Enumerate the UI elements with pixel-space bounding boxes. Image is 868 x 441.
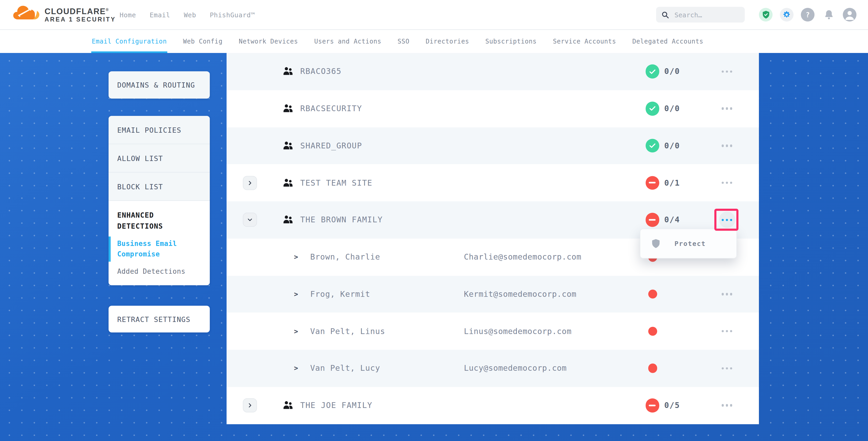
member-chevron-icon[interactable]: > <box>294 253 298 261</box>
nav-link-email[interactable]: Email <box>150 11 170 19</box>
protect-count: 0/0 <box>664 141 680 151</box>
status-ok-badge <box>645 64 659 78</box>
tab-users-and-actions[interactable]: Users and Actions <box>314 30 381 53</box>
member-name: Van Pelt, Lucy <box>310 364 380 373</box>
settings-gear-icon[interactable] <box>780 8 794 22</box>
row-menu-button[interactable] <box>719 175 735 191</box>
enhanced-detections-section: ENHANCED DETECTIONS Business Email Compr… <box>108 201 210 285</box>
tab-sso[interactable]: SSO <box>398 30 409 53</box>
row-menu-button[interactable] <box>719 360 735 377</box>
cloudflare-logo[interactable]: CLOUDFLARE® AREA 1 SECURITY <box>12 4 116 24</box>
registered-mark: ® <box>106 8 109 11</box>
sidebar-card-policies: EMAIL POLICIESALLOW LISTBLOCK LIST ENHAN… <box>108 116 210 285</box>
table-row-the-joe-family[interactable]: THE JOE FAMILY0/5 <box>226 387 758 424</box>
nav-link-home[interactable]: Home <box>120 11 136 19</box>
sidebar-item-label: EMAIL POLICIES <box>108 126 181 134</box>
row-context-menu: Protect <box>640 229 737 258</box>
member-name: Frog, Kermit <box>310 289 370 299</box>
table-row-shared-group[interactable]: SHARED_GROUP0/0 <box>226 127 758 164</box>
protect-count: 0/0 <box>664 104 680 113</box>
sidebar-link-added-detections[interactable]: Added Detections <box>117 266 203 277</box>
sidebar-item-label: BLOCK LIST <box>108 182 163 191</box>
member-name: Van Pelt, Linus <box>310 326 385 336</box>
table-row-test-team-site[interactable]: TEST TEAM SITE0/1 <box>226 164 758 201</box>
row-menu-button[interactable] <box>719 100 735 117</box>
sidebar-card-retract-settings[interactable]: RETRACT SETTINGS <box>108 306 210 333</box>
tab-service-accounts[interactable]: Service Accounts <box>553 30 616 53</box>
help-icon[interactable]: ? <box>801 8 814 22</box>
nav-link-web[interactable]: Web <box>184 11 196 19</box>
table-row-van-pelt-linus[interactable]: >Van Pelt, LinusLinus@somedemocorp.com <box>226 313 758 350</box>
protection-status-icon[interactable] <box>759 8 773 22</box>
group-name: SHARED_GROUP <box>300 141 362 151</box>
group-name: TEST TEAM SITE <box>300 178 372 187</box>
tab-web-config[interactable]: Web Config <box>183 30 223 53</box>
member-email: Kermit@somedemocorp.com <box>464 289 577 299</box>
status-ok-badge <box>645 102 659 116</box>
status-dot <box>648 289 657 298</box>
group-people-icon <box>282 67 293 76</box>
sidebar-item-allow-list[interactable]: ALLOW LIST <box>108 144 210 172</box>
header-icon-cluster: ? <box>759 0 857 29</box>
sidebar-item-label: ALLOW LIST <box>108 154 163 162</box>
sidebar-item-email-policies[interactable]: EMAIL POLICIES <box>108 116 210 144</box>
expand--button[interactable] <box>243 398 257 412</box>
search-input[interactable] <box>674 10 736 19</box>
member-chevron-icon[interactable]: > <box>294 365 298 372</box>
status-blocked-badge <box>645 399 659 412</box>
notifications-bell-icon[interactable] <box>822 8 835 22</box>
sidebar-item-domains-routing: DOMAINS & ROUTING <box>108 81 195 89</box>
member-email: Linus@somedemocorp.com <box>464 326 572 336</box>
protect-count: 0/1 <box>664 178 680 187</box>
sidebar-policy-items: EMAIL POLICIESALLOW LISTBLOCK LIST <box>108 116 210 201</box>
sidebar-card-domains-routing[interactable]: DOMAINS & ROUTING <box>108 71 210 99</box>
table-row-van-pelt-lucy[interactable]: >Van Pelt, LucyLucy@somedemocorp.com <box>226 350 758 387</box>
status-blocked-badge <box>645 213 659 227</box>
app-root: CLOUDFLARE® AREA 1 SECURITY HomeEmailWeb… <box>0 0 868 441</box>
table-row-frog-kermit[interactable]: >Frog, KermitKermit@somedemocorp.com <box>226 276 758 313</box>
nav-link-phishguard[interactable]: PhishGuard™ <box>210 11 255 19</box>
group-people-icon <box>282 215 293 225</box>
group-name: RBACSECURITY <box>300 104 362 113</box>
protect-label: Protect <box>675 240 706 248</box>
protect-count: 0/4 <box>664 215 680 225</box>
row-menu-button[interactable] <box>719 286 735 302</box>
table-row-rbacsecurity[interactable]: RBACSECURITY0/0 <box>226 90 758 127</box>
protect-count: 0/5 <box>664 401 680 410</box>
sidebar-link-business-email-compromise[interactable]: Business Email Compromise <box>117 239 203 259</box>
tab-subscriptions[interactable]: Subscriptions <box>486 30 537 53</box>
member-chevron-icon[interactable]: > <box>294 290 298 298</box>
logo-text: CLOUDFLARE® AREA 1 SECURITY <box>44 5 116 23</box>
minus-icon <box>649 405 656 406</box>
tab-directories[interactable]: Directories <box>426 30 469 53</box>
search-box[interactable] <box>656 7 745 23</box>
account-avatar-icon[interactable] <box>843 8 857 22</box>
row-menu-button[interactable] <box>719 138 735 154</box>
sidebar-item-retract-settings: RETRACT SETTINGS <box>108 315 190 323</box>
member-email: Charlie@somedemocorp.com <box>464 252 581 262</box>
expand--button[interactable] <box>243 176 257 190</box>
logo-sub-text: AREA 1 SECURITY <box>44 16 116 23</box>
row-menu-button[interactable] <box>719 323 735 339</box>
protect-menu-item[interactable]: Protect <box>640 229 736 258</box>
status-blocked-badge <box>645 176 659 190</box>
status-dot <box>648 327 657 336</box>
status-dot <box>648 364 657 373</box>
expand-collapse-button[interactable] <box>243 213 257 227</box>
row-menu-button[interactable] <box>719 397 735 413</box>
table-row-rbaco365[interactable]: RBACO3650/0 <box>226 53 758 90</box>
group-people-icon <box>282 103 293 114</box>
tab-email-configuration[interactable]: Email Configuration <box>92 30 167 53</box>
sidebar-item-block-list[interactable]: BLOCK LIST <box>108 172 210 201</box>
logo-brand-text: CLOUDFLARE <box>44 7 106 16</box>
member-name: Brown, Charlie <box>310 252 380 262</box>
enhanced-detections-links: Business Email CompromiseAdded Detection… <box>117 239 203 277</box>
member-chevron-icon[interactable]: > <box>294 327 298 335</box>
cloudflare-cloud-icon <box>12 4 40 24</box>
protect-count: 0/0 <box>664 67 680 76</box>
status-ok-badge <box>645 139 659 153</box>
minus-icon <box>649 219 656 221</box>
row-menu-button[interactable] <box>719 63 735 80</box>
tab-delegated-accounts[interactable]: Delegated Accounts <box>632 30 703 53</box>
tab-network-devices[interactable]: Network Devices <box>239 30 298 53</box>
